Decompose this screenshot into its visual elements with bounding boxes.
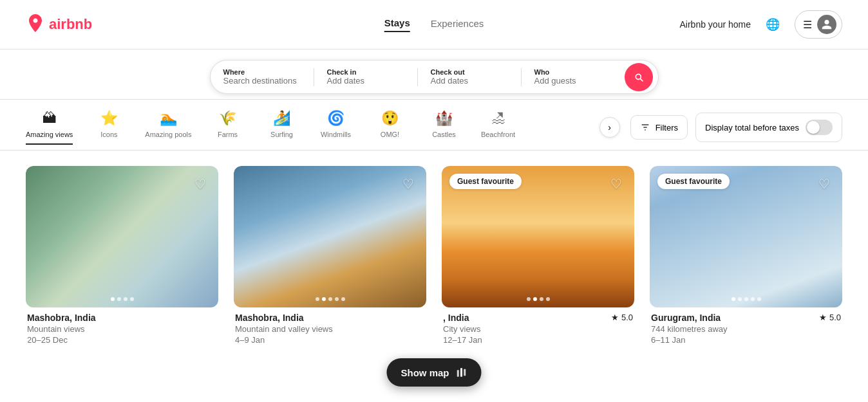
- listing-image-1: ♡: [26, 166, 218, 307]
- dot-2: [124, 297, 127, 301]
- category-label-surfing: Surfing: [270, 131, 293, 138]
- checkin-segment[interactable]: Check in Add dates: [314, 60, 417, 93]
- listing-dates: 20–25 Dec: [27, 335, 217, 345]
- listing-card-3[interactable]: Guest favourite ♡ , India ★ 5.0 City vie…: [442, 166, 634, 345]
- airbnb-home-link[interactable]: Airbnb your home: [679, 19, 751, 30]
- dot-0: [527, 297, 531, 301]
- listing-rating: ★ 5.0: [611, 313, 633, 322]
- avatar: [817, 15, 836, 34]
- category-icon-windmills: 🌀: [327, 110, 344, 127]
- filters-button[interactable]: Filters: [630, 115, 688, 140]
- listing-row-top: , India ★ 5.0: [443, 313, 633, 323]
- listing-image-2: ♡: [234, 166, 426, 307]
- listing-location: Gurugram, India: [651, 313, 721, 323]
- logo[interactable]: airbnb: [26, 14, 92, 35]
- listing-rating: ★ 5.0: [819, 313, 841, 322]
- nav-right: Airbnb your home 🌐 ☰: [679, 10, 842, 39]
- taxes-label: Display total before taxes: [705, 123, 799, 132]
- categories-scroll: 🏔 Amazing views ⭐ Icons 🏊 Amazing pools …: [26, 110, 594, 145]
- listing-row-top: Mashobra, India: [27, 313, 217, 323]
- nav-experiences[interactable]: Experiences: [431, 18, 484, 32]
- listing-image-3: Guest favourite ♡: [442, 166, 634, 307]
- category-icon-omg: 😲: [381, 110, 399, 127]
- dot-1: [117, 297, 121, 301]
- image-dots: [316, 297, 345, 301]
- wishlist-button-4[interactable]: ♡: [814, 174, 835, 194]
- wishlist-button-1[interactable]: ♡: [190, 174, 211, 194]
- show-map-button[interactable]: Show map: [386, 358, 481, 360]
- category-icon-surfing: 🏄: [273, 110, 290, 127]
- filters-label: Filters: [656, 123, 678, 132]
- scroll-right-button[interactable]: ›: [599, 117, 620, 138]
- category-icon-amazing-pools: 🏊: [160, 110, 177, 127]
- category-icon-icons: ⭐: [100, 110, 118, 127]
- listing-dates: 12–17 Jan: [443, 335, 633, 345]
- category-item-amazing-views[interactable]: 🏔 Amazing views: [26, 110, 73, 145]
- listing-card-1[interactable]: ♡ Mashobra, India Mountain views 20–25 D…: [26, 166, 218, 345]
- airbnb-logo-icon: [26, 14, 45, 35]
- nav-stays[interactable]: Stays: [384, 17, 410, 32]
- categories-bar: 🏔 Amazing views ⭐ Icons 🏊 Amazing pools …: [0, 100, 868, 151]
- listing-location: Mashobra, India: [235, 313, 304, 323]
- dot-0: [111, 297, 115, 301]
- where-segment[interactable]: Where Search destinations: [211, 60, 314, 93]
- listing-location: Mashobra, India: [27, 313, 96, 323]
- dot-1: [738, 297, 742, 301]
- listing-image-4: Guest favourite ♡: [650, 166, 842, 307]
- category-item-windmills[interactable]: 🌀 Windmills: [318, 110, 354, 145]
- taxes-toggle[interactable]: [806, 120, 833, 135]
- category-label-beachfront: Beachfront: [481, 131, 515, 138]
- who-value: Add guests: [534, 76, 612, 86]
- category-item-castles[interactable]: 🏰 Castles: [426, 110, 462, 145]
- who-segment[interactable]: Who Add guests: [522, 60, 625, 93]
- dot-3: [335, 297, 339, 301]
- show-map-container: Show map: [386, 358, 481, 360]
- dot-1: [322, 297, 326, 301]
- category-icon-amazing-views: 🏔: [42, 110, 57, 127]
- category-label-omg: OMG!: [381, 131, 399, 138]
- listing-info-3: , India ★ 5.0 City views 12–17 Jan: [442, 307, 634, 345]
- category-label-icons: Icons: [100, 131, 117, 138]
- category-item-beachfront[interactable]: 🏖 Beachfront: [480, 110, 516, 145]
- where-value: Search destinations: [223, 76, 301, 86]
- dot-4: [757, 297, 761, 301]
- who-label: Who: [534, 68, 612, 76]
- taxes-button[interactable]: Display total before taxes: [695, 113, 842, 142]
- checkin-label: Check in: [327, 68, 404, 76]
- listings-grid: ♡ Mashobra, India Mountain views 20–25 D…: [0, 151, 868, 360]
- category-item-surfing[interactable]: 🏄 Surfing: [264, 110, 300, 145]
- wishlist-button-3[interactable]: ♡: [606, 174, 627, 194]
- dot-3: [546, 297, 550, 301]
- search-button[interactable]: [625, 63, 653, 91]
- dot-2: [744, 297, 748, 301]
- dot-3: [751, 297, 755, 301]
- checkout-value: Add dates: [431, 76, 508, 86]
- checkin-value: Add dates: [327, 76, 404, 86]
- category-item-farms[interactable]: 🌾 Farms: [210, 110, 246, 145]
- search-bar: Where Search destinations Check in Add d…: [210, 60, 659, 94]
- user-menu[interactable]: ☰: [795, 10, 842, 39]
- listing-description: Mountain and valley views: [235, 324, 425, 334]
- category-icon-beachfront: 🏖: [491, 110, 505, 127]
- listing-location: , India: [443, 313, 469, 323]
- listing-card-2[interactable]: ♡ Mashobra, India Mountain and valley vi…: [234, 166, 426, 345]
- listing-description: 744 kilometres away: [651, 324, 841, 334]
- dot-2: [328, 297, 332, 301]
- where-label: Where: [223, 68, 301, 76]
- filter-icon: [640, 122, 650, 132]
- dot-3: [130, 297, 134, 301]
- listing-info-2: Mashobra, India Mountain and valley view…: [234, 307, 426, 345]
- listing-card-4[interactable]: Guest favourite ♡ Gurugram, India ★ 5.0 …: [650, 166, 842, 345]
- listing-description: Mountain views: [27, 324, 217, 334]
- dot-0: [731, 297, 735, 301]
- category-item-amazing-pools[interactable]: 🏊 Amazing pools: [145, 110, 191, 145]
- category-item-omg[interactable]: 😲 OMG!: [372, 110, 408, 145]
- dot-4: [341, 297, 345, 301]
- wishlist-button-2[interactable]: ♡: [398, 174, 419, 194]
- category-item-icons[interactable]: ⭐ Icons: [91, 110, 127, 145]
- checkout-segment[interactable]: Check out Add dates: [418, 60, 521, 93]
- search-container: Where Search destinations Check in Add d…: [0, 50, 868, 100]
- category-label-castles: Castles: [432, 131, 456, 138]
- dot-1: [533, 297, 537, 301]
- language-button[interactable]: 🌐: [761, 13, 784, 36]
